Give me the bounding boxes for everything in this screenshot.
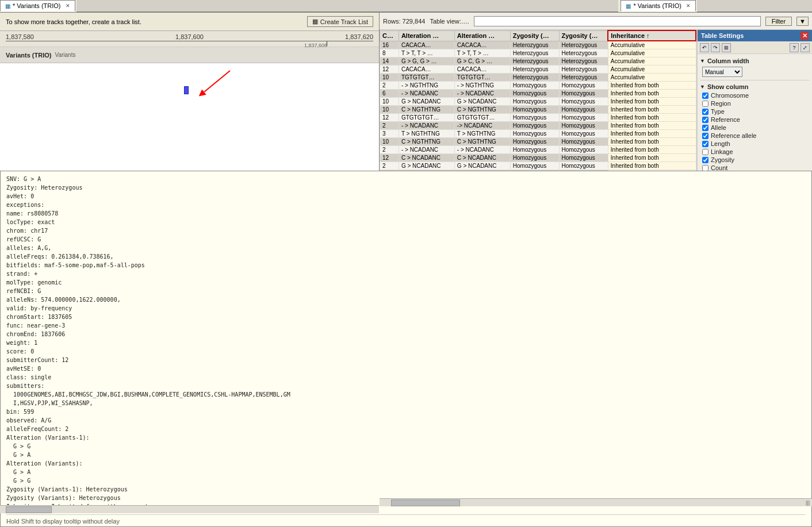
show-col-item: Reference allele (702, 132, 810, 140)
track-name: Variants (TRIO) (6, 52, 51, 59)
settings-icon-3[interactable]: ⊞ (722, 43, 731, 52)
col-header-c[interactable]: C… (380, 30, 399, 41)
show-col-item: Chromosome (702, 91, 810, 99)
track-header-text: To show more tracks together, create a t… (6, 18, 141, 25)
show-col-item: Linkage (702, 148, 810, 156)
table-row[interactable]: 10C > NGTHTNGC > NGTHTNGHomozygousHomozy… (380, 106, 696, 114)
show-col-item: Reference (702, 116, 810, 124)
table-row[interactable]: 12GTGTGTGT…GTGTGTGT…HomozygousHomozygous… (380, 114, 696, 122)
ruler-pos2: 1,837,600 (175, 33, 204, 40)
col-header-alt2[interactable]: Alteration … (454, 30, 510, 41)
table-row[interactable]: 10TGTGTGT…TGTGTGT…HeterozygousHeterozygo… (380, 74, 696, 82)
show-col-label[interactable]: Length (711, 140, 730, 147)
svg-line-1 (204, 71, 230, 92)
right-tab-close[interactable]: ✕ (686, 3, 691, 9)
left-panel-tab[interactable]: ▦ * Variants (TRIO) ✕ (0, 0, 75, 11)
table-scroll-thumb[interactable] (391, 499, 460, 506)
show-col-checkbox[interactable] (702, 93, 708, 99)
create-track-list-button[interactable]: ▦ Create Track List (307, 16, 373, 27)
table-search-input[interactable] (474, 16, 761, 26)
settings-icon-2[interactable]: ↷ (711, 43, 720, 52)
show-col-label[interactable]: Linkage (711, 148, 733, 155)
settings-toolbar: ↶ ↷ ⊞ ? ⤢ (698, 41, 812, 54)
col-header-inheritance[interactable]: Inheritance ↑ (608, 30, 696, 41)
show-col-item: Allele (702, 124, 810, 132)
table-row[interactable]: 2- > NCADANC- > NCADANCHomozygousHomozyg… (380, 146, 696, 154)
show-col-checkbox[interactable] (702, 141, 708, 147)
col-width-row: Manual Auto Fixed (702, 66, 810, 78)
col-width-arrow: ▼ (700, 58, 705, 64)
show-col-label[interactable]: Zygosity (711, 156, 734, 163)
table-row[interactable]: 12C > NCADANCC > NCADANCHomozygousHomozy… (380, 154, 696, 162)
variant-tooltip: SNV: G > A Zygosity: Heterozygous avHet:… (0, 171, 380, 527)
show-col-checkbox[interactable] (702, 125, 708, 131)
table-row[interactable]: 2G > NCADANCG > NCADANCHomozygousHomozyg… (380, 162, 696, 170)
show-col-label[interactable]: Allele (711, 124, 726, 131)
show-col-arrow: ▼ (700, 84, 705, 90)
variant-marker[interactable] (184, 86, 189, 94)
create-track-list-icon: ▦ (312, 18, 318, 25)
show-col-checkbox[interactable] (702, 101, 708, 107)
show-col-label[interactable]: Region (711, 100, 731, 107)
red-arrow-annotation (196, 68, 242, 102)
ruler-current-pos: 1,837,606 (304, 43, 327, 48)
show-col-checkbox[interactable] (702, 117, 708, 123)
filter-button[interactable]: Filter (765, 17, 792, 26)
left-tab-icon: ▦ (5, 3, 10, 9)
table-row[interactable]: 14G > G, G > …G > C, G > …HeterozygousHe… (380, 57, 696, 66)
rows-info: Rows: 729,844 (383, 18, 425, 25)
scroll-thumb[interactable] (6, 506, 52, 513)
show-col-label[interactable]: Chromosome (711, 92, 749, 99)
right-panel-tab[interactable]: ▦ * Variants (TRIO) ✕ (621, 0, 696, 11)
show-col-label[interactable]: Reference (711, 116, 740, 123)
show-col-label[interactable]: Type (711, 108, 725, 115)
left-tab-label: * Variants (TRIO) (13, 2, 61, 9)
settings-expand-button[interactable]: ⤢ (800, 43, 810, 52)
show-col-label[interactable]: Reference allele (711, 132, 757, 139)
ruler-pos1: 1,837,580 (6, 33, 34, 40)
table-view-label: Table view:…. (430, 18, 469, 25)
show-col-checkbox[interactable] (702, 133, 708, 139)
col-width-section[interactable]: ▼ Column width (700, 56, 810, 66)
show-col-checkbox[interactable] (702, 157, 708, 163)
right-tab-icon: ▦ (626, 3, 631, 9)
track-sub: Variants (55, 52, 75, 58)
col-width-content: Manual Auto Fixed (700, 66, 810, 78)
table-hscroll[interactable]: ||| (380, 498, 812, 506)
table-row[interactable]: 2- > NGTHTNG- > NGTHTNGHomozygousHomozyg… (380, 82, 696, 90)
table-row[interactable]: 8T > T, T > …T > T, T > …HeterozygousHet… (380, 49, 696, 57)
show-col-section[interactable]: ▼ Show column (700, 82, 810, 91)
col-width-select[interactable]: Manual Auto Fixed (702, 67, 742, 77)
settings-help-button[interactable]: ? (790, 43, 799, 52)
tooltip-footer: Hold Shift to display tooltip without de… (6, 518, 120, 525)
col-header-zyg2[interactable]: Zygosity (… (559, 30, 608, 41)
show-col-item: Length (702, 140, 810, 148)
left-tab-close[interactable]: ✕ (66, 3, 70, 9)
table-row[interactable]: 3T > NGTHTNGT > NGTHTNGHomozygousHomozyg… (380, 130, 696, 138)
table-row[interactable]: 10G > NCADANCG > NCADANCHomozygousHomozy… (380, 98, 696, 106)
right-tab-label: * Variants (TRIO) (633, 2, 681, 9)
ruler-pos3: 1,837,620 (345, 33, 373, 40)
settings-title: Table Settings ✕ (698, 30, 812, 41)
settings-icon-1[interactable]: ↶ (700, 43, 709, 52)
horizontal-scrollbar[interactable] (0, 505, 379, 513)
show-col-checkbox[interactable] (702, 149, 708, 155)
col-header-zyg1[interactable]: Zygosity (… (510, 30, 559, 41)
filter-dropdown-button[interactable]: ▼ (796, 17, 809, 26)
tooltip-content: SNV: G > A Zygosity: Heterozygous avHet:… (6, 175, 380, 511)
table-row[interactable]: 6- > NCADANC- > NCADANCHomozygousHomozyg… (380, 90, 696, 98)
show-col-checkbox[interactable] (702, 165, 708, 171)
table-header-row: C… Alteration … Alteration … Zygosity (…… (380, 30, 696, 41)
show-col-item: Zygosity (702, 156, 810, 164)
col-header-alt1[interactable]: Alteration … (399, 30, 454, 41)
table-row[interactable]: 2- > NCADANC-> NCADANCHomozygousHomozygo… (380, 122, 696, 130)
show-col-checkbox[interactable] (702, 109, 708, 115)
show-col-item: Region (702, 99, 810, 107)
table-row[interactable]: 12CACACA…CACACA…HeterozygousHeterozygous… (380, 66, 696, 74)
track-label-area: Variants (TRIO) Variants (0, 47, 379, 63)
genomic-ruler: 1,837,580 1,837,600 1,837,620 1,837,606 (0, 31, 379, 47)
table-row[interactable]: 10C > NGTHTNGC > NGTHTNGHomozygousHomozy… (380, 138, 696, 146)
table-row[interactable]: 16CACACA…CACACA…HeterozygousHeterozygous… (380, 41, 696, 49)
table-toolbar: Rows: 729,844 Table view:…. Filter ▼ (380, 13, 812, 30)
settings-close-button[interactable]: ✕ (800, 32, 809, 40)
